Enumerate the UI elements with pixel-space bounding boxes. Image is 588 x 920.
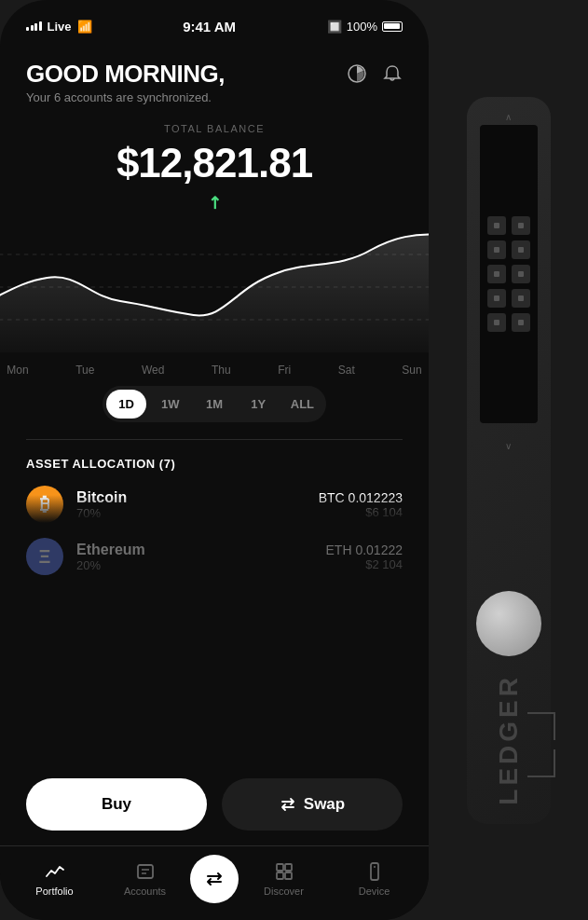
accounts-nav-icon — [135, 861, 156, 882]
asset-crypto-partial: ETH 0.01222 — [326, 542, 403, 557]
device-body: ∧ ∨ LEDGER — [467, 97, 551, 824]
battery-percent: 100% — [347, 20, 377, 34]
chart-svg — [0, 222, 429, 352]
asset-left-partial: Ξ Ethereum 20% — [26, 538, 145, 575]
battery-icon — [382, 21, 403, 32]
portfolio-icon[interactable] — [347, 63, 367, 89]
section-divider — [26, 439, 403, 440]
day-thu: Thu — [212, 364, 231, 377]
screen-icon-5 — [487, 265, 506, 283]
ledger-device: ∧ ∨ LEDGER — [429, 0, 588, 920]
ledger-brand-text: LEDGER — [494, 674, 524, 805]
period-1d[interactable]: 1D — [106, 390, 146, 419]
screen-icon-10 — [512, 313, 530, 332]
greeting-subtitle: Your 6 accounts are synchronized. — [26, 90, 225, 104]
asset-allocation-section: ASSET ALLOCATION (7) ₿ Bitcoin 70% BTC 0… — [0, 457, 429, 575]
signal-bars — [26, 21, 42, 31]
header-icons — [347, 63, 403, 89]
corner-mark-br — [527, 749, 555, 777]
device-up-btn[interactable]: ∧ — [505, 112, 512, 122]
screen-icon-6 — [512, 265, 530, 283]
period-1w[interactable]: 1W — [150, 390, 190, 419]
screen-icon-2 — [512, 216, 530, 235]
action-buttons: Buy Swap — [0, 763, 429, 845]
bitcoin-icon: ₿ — [26, 486, 63, 523]
signal-bar-1 — [26, 27, 29, 31]
swap-button[interactable]: Swap — [222, 778, 403, 831]
swap-label: Swap — [304, 795, 345, 814]
status-right: 🔲 100% — [327, 20, 403, 34]
screen-icon-1 — [487, 216, 506, 235]
day-sun: Sun — [402, 364, 421, 377]
asset-usd-amount: $6 104 — [319, 505, 403, 519]
svg-rect-11 — [285, 872, 292, 879]
wifi-icon: 📶 — [77, 20, 92, 34]
greeting-title: GOOD MORNING, — [26, 60, 225, 89]
screen-icon-3 — [487, 240, 506, 259]
status-left: Live 📶 — [26, 20, 92, 34]
buy-button[interactable]: Buy — [26, 778, 207, 831]
asset-name: Bitcoin — [76, 489, 127, 506]
asset-usd-partial: $2 104 — [326, 557, 403, 571]
day-fri: Fri — [278, 364, 291, 377]
asset-info-partial: Ethereum 20% — [76, 542, 145, 572]
asset-right-partial: ETH 0.01222 $2 104 — [326, 542, 403, 571]
phone-container: Live 📶 9:41 AM 🔲 100% GOOD MORNING, Your… — [0, 0, 429, 920]
asset-right: BTC 0.012223 $6 104 — [319, 490, 403, 519]
greeting-text: GOOD MORNING, Your 6 accounts are synchr… — [26, 60, 225, 104]
nav-device[interactable]: Device — [329, 861, 419, 897]
nav-portfolio[interactable]: Portfolio — [9, 861, 100, 897]
day-sat: Sat — [338, 364, 355, 377]
svg-rect-12 — [371, 863, 378, 880]
asset-left: ₿ Bitcoin 70% — [26, 486, 127, 523]
eth-asset-item-partial: Ξ Ethereum 20% ETH 0.01222 $2 104 — [26, 538, 403, 575]
bottom-nav: Portfolio Accounts Discover — [0, 845, 429, 920]
asset-name-partial: Ethereum — [76, 542, 145, 558]
svg-rect-8 — [277, 864, 283, 871]
discover-nav-icon — [274, 861, 294, 882]
transfer-icon — [204, 869, 225, 889]
screen-icon-8 — [512, 289, 530, 308]
asset-pct-partial: 20% — [76, 558, 145, 572]
device-wheel[interactable] — [476, 591, 541, 656]
change-arrow-icon: ↗ — [202, 190, 226, 214]
period-selector: 1D 1W 1M 1Y ALL — [103, 386, 326, 422]
svg-rect-9 — [285, 864, 292, 871]
screen-icons-grid — [484, 213, 534, 336]
svg-rect-5 — [138, 865, 153, 878]
svg-rect-10 — [277, 872, 283, 879]
period-all[interactable]: ALL — [282, 390, 322, 419]
device-nav-label: Device — [359, 886, 390, 897]
screen-icon-4 — [512, 240, 530, 259]
discover-nav-label: Discover — [264, 886, 304, 897]
main-content: GOOD MORNING, Your 6 accounts are synchr… — [0, 41, 429, 213]
battery-fill — [384, 23, 400, 29]
period-1m[interactable]: 1M — [194, 390, 234, 419]
period-1y[interactable]: 1Y — [239, 390, 279, 419]
notification-icon[interactable] — [382, 63, 403, 89]
signal-bar-4 — [39, 21, 42, 31]
time-axis: Mon Tue Wed Thu Fri Sat Sun — [0, 356, 429, 377]
bitcoin-asset-item[interactable]: ₿ Bitcoin 70% BTC 0.012223 $6 104 — [26, 486, 403, 523]
signal-bar-3 — [34, 23, 37, 31]
swap-icon — [280, 796, 296, 813]
corner-mark-tr — [527, 712, 555, 740]
asset-crypto-amount: BTC 0.012223 — [319, 490, 403, 505]
balance-change: ↗ — [26, 192, 403, 213]
portfolio-nav-label: Portfolio — [35, 886, 73, 897]
nav-transfer-button[interactable] — [190, 855, 239, 903]
greeting-row: GOOD MORNING, Your 6 accounts are synchr… — [26, 60, 403, 104]
day-mon: Mon — [7, 364, 28, 377]
balance-label: TOTAL BALANCE — [26, 123, 403, 134]
nav-accounts[interactable]: Accounts — [100, 861, 190, 897]
device-down-btn[interactable]: ∨ — [505, 441, 512, 451]
accounts-nav-label: Accounts — [124, 886, 166, 897]
signal-bar-2 — [31, 25, 34, 31]
nav-discover[interactable]: Discover — [239, 861, 329, 897]
asset-percentage: 70% — [76, 506, 127, 520]
screen-icon-9 — [487, 313, 506, 332]
day-wed: Wed — [142, 364, 164, 377]
day-tue: Tue — [75, 364, 94, 377]
balance-section: TOTAL BALANCE $12,821.81 ↗ — [26, 123, 403, 213]
asset-section-title: ASSET ALLOCATION (7) — [26, 457, 403, 471]
